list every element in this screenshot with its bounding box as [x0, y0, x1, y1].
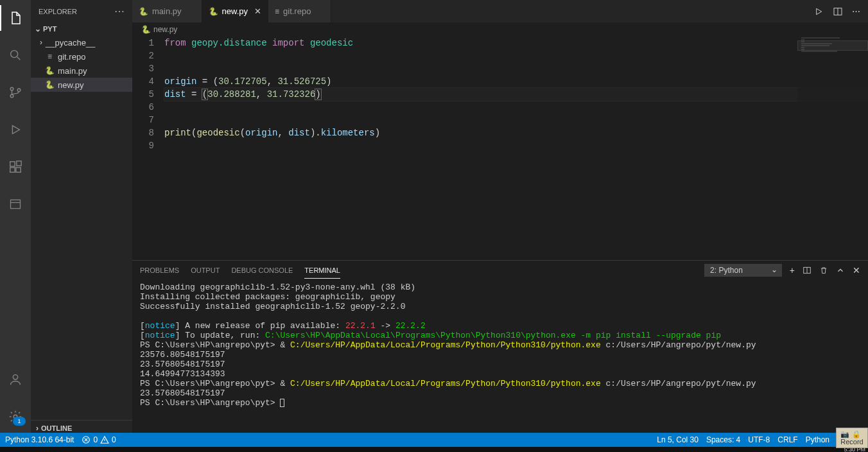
split-editor-icon[interactable] [833, 6, 843, 17]
svg-point-10 [13, 415, 17, 419]
sidebar-more-icon[interactable]: ⋯ [114, 9, 125, 14]
activity-layout[interactable] [0, 191, 31, 217]
code-line[interactable]: origin = (30.172705, 31.526725) [164, 75, 868, 88]
minimap[interactable] [797, 37, 868, 260]
panel-tab[interactable]: TERMINAL [304, 263, 340, 279]
panel-tabs: PROBLEMSOUTPUTDEBUG CONSOLETERMINAL 2: P… [132, 261, 868, 280]
chevron-down-icon: ⌄ [35, 24, 41, 33]
terminal-cursor [280, 399, 284, 407]
activity-settings[interactable] [0, 404, 31, 430]
editor-area: 🐍main.py✕🐍new.py✕≡git.repo✕ ⋯ 🐍 new.py 1… [132, 0, 868, 436]
python-file-icon: 🐍 [209, 7, 218, 16]
activity-search[interactable] [0, 42, 31, 68]
activity-explorer[interactable] [0, 5, 31, 31]
file-icon: ≡ [275, 7, 279, 16]
code-line[interactable] [164, 139, 868, 152]
outline-label: OUTLINE [41, 424, 72, 432]
sidebar-title: EXPLORER [39, 8, 77, 15]
run-icon[interactable] [813, 6, 824, 17]
split-terminal-icon[interactable] [803, 266, 812, 275]
svg-rect-8 [11, 200, 21, 208]
terminal-line: [notice] To update, run: C:\Users\HP\App… [140, 331, 860, 340]
status-python[interactable]: Python 3.10.6 64-bit [5, 435, 74, 444]
code-line[interactable] [164, 101, 868, 114]
svg-rect-4 [10, 162, 15, 166]
record-label: Record [840, 438, 863, 446]
code-line[interactable] [164, 114, 868, 126]
layout-icon [8, 196, 23, 212]
svg-point-0 [11, 51, 18, 58]
minimap-viewport[interactable] [797, 40, 868, 51]
terminal-output[interactable]: Downloading geographiclib-1.52-py3-none-… [132, 280, 868, 436]
activity-run[interactable] [0, 117, 31, 143]
folder-name: PYT [43, 25, 56, 33]
close-panel-icon[interactable]: ✕ [853, 265, 860, 275]
line-gutter: 123456789 [132, 37, 164, 260]
tree-item[interactable]: 🐍new.py [31, 78, 132, 92]
kill-terminal-icon[interactable] [819, 266, 828, 275]
folder-root[interactable]: ⌄ PYT [31, 22, 132, 35]
python-file-icon: 🐍 [45, 80, 55, 89]
status-problems[interactable]: 0 0 [82, 435, 116, 444]
code-line[interactable] [164, 49, 868, 62]
python-file-icon: 🐍 [45, 66, 55, 75]
files-icon [8, 10, 24, 26]
status-eol[interactable]: CRLF [777, 435, 797, 444]
code-content[interactable]: from geopy.distance import geodesicorigi… [164, 37, 868, 260]
panel-tab[interactable]: PROBLEMS [140, 263, 179, 279]
status-language[interactable]: Python [806, 435, 829, 444]
code-editor[interactable]: 123456789 from geopy.distance import geo… [132, 37, 868, 260]
tree-item[interactable]: ›__pycache__ [31, 35, 132, 49]
svg-rect-6 [16, 168, 21, 172]
editor-tab[interactable]: ≡git.repo✕ [268, 0, 331, 22]
file-icon: ≡ [45, 52, 55, 61]
taskbar: 5:30 PM [0, 447, 868, 452]
tab-label: new.py [222, 6, 248, 16]
gear-icon [8, 409, 23, 424]
activity-source-control[interactable] [0, 80, 31, 105]
tree-item[interactable]: 🐍main.py [31, 64, 132, 78]
panel-tab[interactable]: OUTPUT [191, 263, 220, 279]
editor-tab[interactable]: 🐍main.py✕ [132, 0, 202, 22]
tab-bar: 🐍main.py✕🐍new.py✕≡git.repo✕ ⋯ [132, 0, 868, 22]
editor-tab[interactable]: 🐍new.py✕ [202, 0, 268, 22]
status-encoding[interactable]: UTF-8 [748, 435, 770, 444]
new-terminal-icon[interactable]: + [790, 265, 795, 275]
bottom-panel: PROBLEMSOUTPUTDEBUG CONSOLETERMINAL 2: P… [132, 260, 868, 436]
more-icon[interactable]: ⋯ [852, 6, 860, 16]
python-file-icon: 🐍 [139, 7, 148, 16]
activity-bar [0, 0, 31, 436]
activity-account[interactable] [0, 367, 31, 392]
terminal-selector[interactable]: 2: Python [704, 264, 782, 277]
code-line[interactable]: from geopy.distance import geodesic [164, 37, 868, 49]
tree-item-label: new.py [58, 80, 83, 90]
code-line[interactable]: print(geodesic(origin, dist).kilometers) [164, 126, 868, 139]
status-position[interactable]: Ln 5, Col 30 [657, 435, 699, 444]
chevron-right-icon: › [36, 424, 39, 433]
terminal-line: PS C:\Users\HP\angrepo\pyt> & C:/Users/H… [140, 340, 860, 350]
terminal-line: PS C:\Users\HP\angrepo\pyt> [140, 398, 860, 408]
chevron-right-icon: › [40, 38, 42, 47]
tree-item-label: __pycache__ [46, 38, 95, 48]
python-file-icon: 🐍 [141, 25, 151, 34]
sidebar-header: EXPLORER ⋯ [31, 0, 132, 22]
tab-label: git.repo [283, 6, 311, 16]
tree-item[interactable]: ≡git.repo [31, 49, 132, 64]
tab-label: main.py [152, 6, 182, 16]
status-bar: Python 3.10.6 64-bit 0 0 Ln 5, Col 30 Sp… [0, 433, 868, 447]
breadcrumb[interactable]: 🐍 new.py [132, 22, 868, 37]
svg-point-2 [10, 94, 13, 98]
svg-rect-5 [10, 168, 15, 172]
extensions-icon [8, 159, 23, 175]
code-line[interactable] [164, 62, 868, 75]
close-icon[interactable]: ✕ [254, 6, 261, 16]
record-icons: 📷🔒 [840, 430, 864, 438]
terminal-line: Downloading geographiclib-1.52-py3-none-… [140, 282, 860, 292]
status-spaces[interactable]: Spaces: 4 [706, 435, 740, 444]
svg-rect-7 [17, 161, 21, 166]
code-line[interactable]: dist = (30.288281, 31.732326) [164, 88, 868, 101]
activity-extensions[interactable] [0, 154, 31, 180]
record-badge[interactable]: 📷🔒 Record [836, 428, 868, 448]
maximize-panel-icon[interactable] [836, 266, 845, 275]
panel-tab[interactable]: DEBUG CONSOLE [231, 263, 293, 279]
